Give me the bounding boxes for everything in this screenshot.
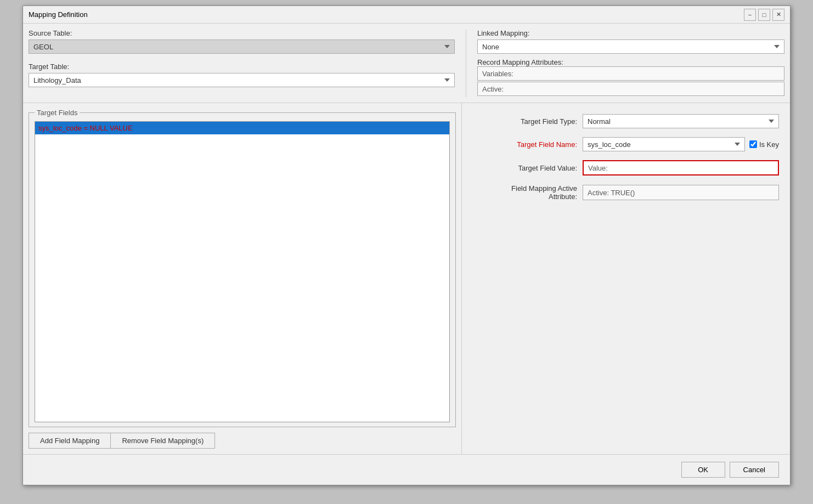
target-table-label: Target Table: bbox=[29, 63, 455, 71]
is-key-checkbox[interactable] bbox=[749, 140, 757, 148]
field-mapping-active-text: Active: TRUE() bbox=[588, 189, 635, 197]
variables-row: Variables: bbox=[477, 66, 784, 81]
remove-field-mapping-button[interactable]: Remove Field Mapping(s) bbox=[110, 433, 215, 449]
field-list[interactable]: sys_loc_code = NULL VALUE bbox=[35, 121, 450, 422]
field-mapping-active-row: Field Mapping Active Attribute: Active: … bbox=[473, 184, 779, 201]
source-table-group: Source Table: GEOL bbox=[29, 29, 455, 54]
bottom-bar: OK Cancel bbox=[23, 454, 790, 485]
top-section: Source Table: GEOL Target Table: Litholo… bbox=[23, 24, 790, 103]
linked-mapping-label: Linked Mapping: bbox=[477, 29, 784, 37]
target-field-name-row: Target Field Name: sys_loc_code Is Key bbox=[473, 137, 779, 151]
right-top: Linked Mapping: None Record Mapping Attr… bbox=[466, 29, 784, 97]
active-row: Active: bbox=[477, 82, 784, 96]
left-top: Source Table: GEOL Target Table: Litholo… bbox=[29, 29, 466, 97]
field-mapping-active-control: Active: TRUE() bbox=[583, 185, 779, 200]
target-field-value-box[interactable]: Value: bbox=[583, 160, 779, 175]
is-key-group: Is Key bbox=[749, 140, 779, 149]
target-table-select[interactable]: Lithology_Data bbox=[29, 73, 455, 87]
is-key-label: Is Key bbox=[759, 140, 779, 149]
target-fields-panel: Target Fields sys_loc_code = NULL VALUE … bbox=[23, 103, 462, 454]
field-detail-panel: Target Field Type: Normal Target Field N… bbox=[462, 103, 790, 454]
target-field-value-row: Target Field Value: Value: bbox=[473, 160, 779, 175]
target-field-value-text: Value: bbox=[588, 164, 608, 172]
linked-mapping-group: Linked Mapping: None bbox=[477, 29, 784, 54]
target-field-name-label: Target Field Name: bbox=[473, 140, 577, 149]
field-mapping-active-label: Field Mapping Active Attribute: bbox=[473, 184, 577, 201]
field-list-item[interactable]: sys_loc_code = NULL VALUE bbox=[35, 122, 449, 134]
target-fields-fieldset: Target Fields sys_loc_code = NULL VALUE bbox=[29, 109, 456, 427]
variables-label: Variables: bbox=[482, 70, 513, 78]
record-mapping-group: Record Mapping Attributes: Variables: Ac… bbox=[477, 58, 784, 96]
target-field-name-select[interactable]: sys_loc_code bbox=[583, 137, 745, 151]
mapping-definition-window: Mapping Definition − □ ✕ Source Table: G… bbox=[22, 5, 791, 485]
target-field-value-label: Target Field Value: bbox=[473, 164, 577, 172]
field-list-item-text: sys_loc_code = NULL VALUE bbox=[38, 124, 133, 132]
main-content: Source Table: GEOL Target Table: Litholo… bbox=[23, 24, 790, 485]
close-button[interactable]: ✕ bbox=[772, 9, 784, 21]
target-fields-legend: Target Fields bbox=[35, 109, 80, 117]
add-field-mapping-button[interactable]: Add Field Mapping bbox=[29, 433, 110, 449]
field-mapping-active-box[interactable]: Active: TRUE() bbox=[583, 185, 779, 200]
source-table-select[interactable]: GEOL bbox=[29, 39, 455, 54]
linked-mapping-select[interactable]: None bbox=[477, 39, 784, 54]
maximize-button[interactable]: □ bbox=[758, 9, 770, 21]
target-field-type-label: Target Field Type: bbox=[473, 117, 577, 126]
record-mapping-title: Record Mapping Attributes: bbox=[477, 58, 563, 66]
target-table-group: Target Table: Lithology_Data bbox=[29, 63, 455, 87]
active-label: Active: bbox=[482, 85, 504, 93]
minimize-button[interactable]: − bbox=[744, 9, 756, 21]
cancel-button[interactable]: Cancel bbox=[730, 462, 779, 478]
target-field-type-select[interactable]: Normal bbox=[583, 114, 779, 128]
ok-button[interactable]: OK bbox=[681, 462, 725, 478]
buttons-row: Add Field Mapping Remove Field Mapping(s… bbox=[29, 433, 456, 449]
title-bar: Mapping Definition − □ ✕ bbox=[23, 6, 790, 24]
window-title: Mapping Definition bbox=[29, 10, 88, 19]
target-field-type-control: Normal bbox=[583, 114, 779, 128]
window-controls: − □ ✕ bbox=[744, 9, 784, 21]
middle-section: Target Fields sys_loc_code = NULL VALUE … bbox=[23, 103, 790, 454]
target-field-value-control: Value: bbox=[583, 160, 779, 175]
source-table-label: Source Table: bbox=[29, 29, 455, 37]
target-field-name-inner: sys_loc_code Is Key bbox=[583, 137, 779, 151]
target-field-type-row: Target Field Type: Normal bbox=[473, 114, 779, 128]
